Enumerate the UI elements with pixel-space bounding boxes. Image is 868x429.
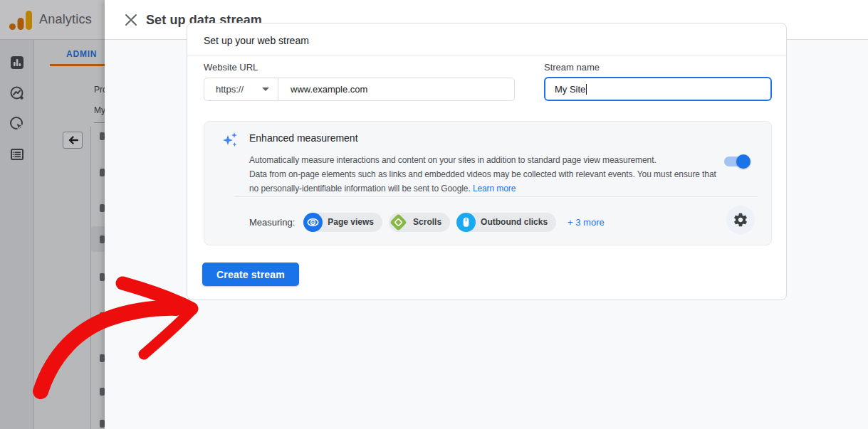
- stream-name-input[interactable]: My Site: [544, 77, 772, 101]
- enhanced-measurement-section: Enhanced measurement Automatically measu…: [204, 121, 772, 245]
- close-icon[interactable]: [124, 13, 138, 27]
- chip-scrolls[interactable]: Scrolls: [389, 213, 450, 232]
- protocol-dropdown[interactable]: https://: [204, 78, 278, 100]
- toggle-thumb: [736, 154, 751, 169]
- web-stream-card: Set up your web stream Website URL https…: [187, 23, 787, 300]
- gear-icon: [733, 212, 748, 228]
- website-url-group: https:// www.example.com: [204, 78, 515, 101]
- card-divider: [187, 55, 786, 56]
- mouse-click-icon: [456, 213, 476, 232]
- enhanced-measurement-title: Enhanced measurement: [249, 132, 358, 144]
- card-title: Set up your web stream: [204, 35, 309, 46]
- more-chips-link[interactable]: + 3 more: [568, 217, 605, 228]
- section-divider: [234, 196, 758, 197]
- enhanced-measurement-description: Automatically measure interactions and c…: [249, 153, 719, 196]
- scroll-diamond-icon: [389, 213, 408, 232]
- chip-label: Scrolls: [413, 217, 441, 227]
- sparkle-icon: [221, 130, 241, 150]
- chip-outbound-clicks[interactable]: Outbound clicks: [456, 213, 556, 232]
- learn-more-link[interactable]: Learn more: [473, 184, 516, 194]
- stream-name-label: Stream name: [544, 62, 600, 73]
- stream-name-value: My Site: [555, 84, 585, 95]
- visibility-eye-icon: [303, 213, 323, 232]
- screen: Analytics: [0, 0, 868, 429]
- measurement-settings-button[interactable]: [726, 206, 755, 234]
- modal-scrim[interactable]: [0, 0, 105, 429]
- protocol-value: https://: [216, 84, 244, 95]
- measuring-row: Measuring: Page views: [249, 207, 605, 237]
- chip-label: Outbound clicks: [481, 217, 548, 227]
- text-cursor: [586, 84, 587, 95]
- enhanced-measurement-toggle[interactable]: [724, 157, 748, 166]
- chip-page-views[interactable]: Page views: [303, 213, 382, 232]
- measuring-label: Measuring:: [249, 217, 295, 228]
- chip-label: Page views: [328, 217, 374, 227]
- setup-data-stream-modal: Set up data stream Set up your web strea…: [105, 0, 868, 429]
- create-stream-button[interactable]: Create stream: [202, 263, 299, 286]
- website-url-input[interactable]: www.example.com: [278, 84, 367, 95]
- chevron-down-icon: [262, 88, 269, 91]
- website-url-label: Website URL: [204, 62, 258, 73]
- description-line-1: Automatically measure interactions and c…: [249, 155, 657, 165]
